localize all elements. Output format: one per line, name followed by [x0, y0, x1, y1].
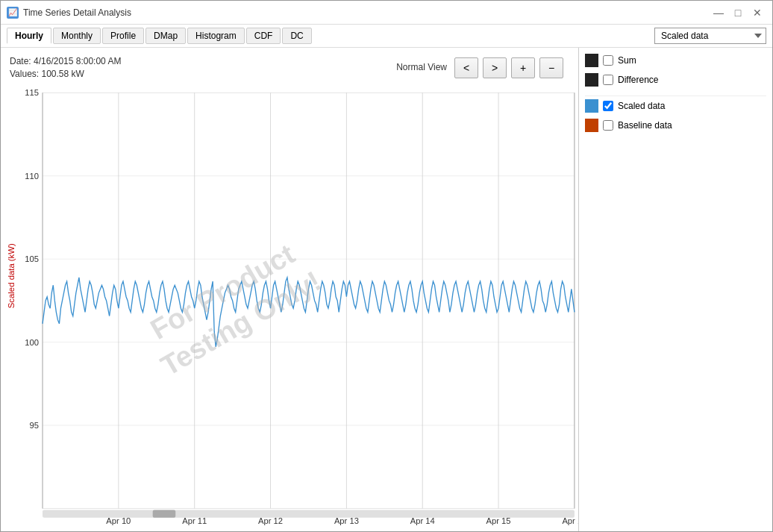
svg-rect-29 — [153, 510, 176, 517]
svg-text:Apr 15: Apr 15 — [486, 516, 511, 525]
svg-text:105: 105 — [25, 254, 39, 263]
title-bar: 📈 Time Series Detail Analysis — □ ✕ — [1, 1, 772, 25]
difference-color-swatch — [585, 73, 598, 87]
main-window: 📈 Time Series Detail Analysis — □ ✕ Hour… — [0, 0, 773, 532]
scaled-color-swatch — [585, 99, 598, 113]
scaled-checkbox[interactable] — [603, 101, 613, 111]
tab-dc[interactable]: DC — [282, 28, 311, 44]
svg-text:115: 115 — [25, 88, 39, 97]
sum-checkbox[interactable] — [603, 55, 613, 66]
svg-rect-28 — [43, 510, 575, 517]
svg-text:110: 110 — [25, 171, 39, 180]
info-bar: Date: 4/16/2015 8:00:00 AM Values: 100.5… — [1, 54, 578, 82]
sum-color-swatch — [585, 54, 598, 67]
nav-zoom-in-button[interactable]: + — [511, 57, 535, 78]
scaled-label: Scaled data — [618, 101, 665, 111]
difference-checkbox[interactable] — [603, 75, 613, 85]
values-info: Values: 100.58 kW — [10, 68, 121, 81]
legend-item-scaled: Scaled data — [585, 99, 766, 113]
tab-histogram[interactable]: Histogram — [187, 28, 245, 44]
legend-item-difference: Difference — [585, 73, 766, 87]
nav-next-button[interactable]: > — [483, 57, 507, 78]
legend-item-sum: Sum — [585, 54, 766, 67]
date-value: 4/16/2015 8:00:00 AM — [34, 56, 121, 66]
svg-text:Apr 11: Apr 11 — [182, 516, 207, 525]
main-area: Date: 4/16/2015 8:00:00 AM Values: 100.5… — [1, 48, 772, 531]
tab-cdf[interactable]: CDF — [246, 28, 281, 44]
sum-label: Sum — [618, 55, 636, 66]
normal-view-label: Normal View — [396, 61, 447, 74]
date-info: Date: 4/16/2015 8:00:00 AM — [10, 55, 121, 68]
maximize-button[interactable]: □ — [729, 4, 747, 22]
svg-text:Apr 16: Apr 16 — [562, 516, 578, 525]
info-bar-left: Date: 4/16/2015 8:00:00 AM Values: 100.5… — [10, 55, 121, 81]
baseline-color-swatch — [585, 119, 598, 132]
right-panel: Sum Difference Scaled data Baseline data — [578, 48, 772, 531]
minimize-button[interactable]: — — [710, 4, 727, 22]
svg-text:Apr 13: Apr 13 — [334, 516, 359, 525]
close-button[interactable]: ✕ — [748, 4, 766, 22]
legend-item-baseline: Baseline data — [585, 119, 766, 132]
window-controls: — □ ✕ — [710, 4, 766, 22]
app-icon: 📈 — [7, 7, 19, 19]
chart-area[interactable]: For ProductTesting Only! Scaled data (kW… — [1, 85, 578, 531]
baseline-checkbox[interactable] — [603, 120, 613, 131]
top-bar: Hourly Monthly Profile DMap Histogram CD… — [1, 25, 772, 48]
nav-prev-button[interactable]: < — [454, 57, 478, 78]
tab-profile[interactable]: Profile — [102, 28, 144, 44]
svg-text:100: 100 — [25, 337, 39, 346]
svg-text:Apr 12: Apr 12 — [258, 516, 283, 525]
window-title: Time Series Detail Analysis — [23, 7, 131, 18]
chart-svg: Scaled data (kW) 115 110 105 — [1, 85, 578, 531]
title-bar-left: 📈 Time Series Detail Analysis — [7, 7, 131, 19]
dropdown-container: Scaled data Baseline data Sum Difference — [654, 28, 766, 44]
tab-hourly[interactable]: Hourly — [7, 28, 51, 44]
content-area: Hourly Monthly Profile DMap Histogram CD… — [1, 25, 772, 531]
tab-monthly[interactable]: Monthly — [53, 28, 101, 44]
svg-text:Apr 14: Apr 14 — [410, 516, 435, 525]
values-value: 100.58 kW — [41, 69, 84, 79]
difference-label: Difference — [618, 75, 658, 85]
date-label: Date: — [10, 56, 31, 66]
baseline-label: Baseline data — [618, 120, 672, 131]
tabs-container: Hourly Monthly Profile DMap Histogram CD… — [7, 28, 312, 44]
svg-text:95: 95 — [29, 421, 38, 430]
tab-dmap[interactable]: DMap — [145, 28, 186, 44]
data-series-dropdown[interactable]: Scaled data Baseline data Sum Difference — [654, 28, 766, 44]
svg-text:Scaled data (kW): Scaled data (kW) — [7, 243, 16, 308]
chart-container: Date: 4/16/2015 8:00:00 AM Values: 100.5… — [1, 48, 578, 531]
svg-text:Apr 10: Apr 10 — [106, 516, 131, 525]
nav-zoom-out-button[interactable]: − — [539, 57, 563, 78]
values-label: Values: — [10, 69, 39, 79]
